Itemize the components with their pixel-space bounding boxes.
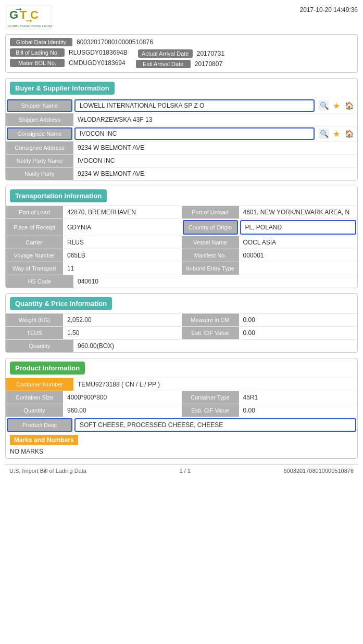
measure-col: Measure in CM 0.00 [182,314,358,326]
product-section: Product Information Container Number TEM… [5,358,358,459]
voyage-manifest-row: Voyage Number 065LB Manifest No. 000001 [6,249,357,262]
shipper-name-label: Shipper Name [7,99,72,112]
esti-arrival-row: Esti Arrival Date 20170807 [136,59,222,69]
in-bond-entry-value [239,262,358,275]
consignee-star-icon[interactable]: ★ [331,128,342,139]
hs-code-label: HS Code [6,275,73,288]
container-number-label: Container Number [6,378,73,391]
bol-label: Bill of Lading No. [10,48,65,57]
teus-label: TEUS [6,327,63,339]
shipper-icons: 🔍 ★ 🏠 [316,98,357,113]
mater-bol-label: Mater BOL No. [10,59,65,67]
page-footer: U.S. Import Bill of Lading Data 1 / 1 60… [5,464,358,477]
container-size-label: Container Size [6,391,63,404]
carrier-value: RLUS [63,236,182,249]
mater-bol-value: CMDUGDY0183694 [69,59,126,67]
shipper-name-row: Shipper Name LOWELL INTERNATIONAL POLSKA… [6,98,357,113]
notify-party-label: Notify Party [6,168,73,180]
in-bond-entry-label: In-bond Entry Type [182,262,239,275]
port-of-load-col: Port of Load 42870, BREMERHAVEN [6,206,182,218]
quantity-value: 960.00(BOX) [73,340,357,352]
consignee-home-icon[interactable]: 🏠 [344,128,354,139]
product-desc-row: Product Desc SOFT CHEESE, PROCESSED CHEE… [6,417,357,433]
notify-party-name-value: IVOCON INC [73,154,357,167]
bol-row: Bill of Lading No. RLUSGDY0183694B [10,48,128,57]
esti-cif-value: 0.00 [239,327,358,339]
place-of-receipt-label: Place of Receipt [6,219,63,236]
global-data-label: Global Data Identity [10,38,72,46]
voyage-number-label: Voyage Number [6,249,63,262]
voyage-col: Voyage Number 065LB [6,249,182,262]
port-of-unload-label: Port of Unload [182,206,239,218]
carrier-label: Carrier [6,236,63,249]
buyer-supplier-header: Buyer & Supplier Information [10,82,115,95]
place-of-receipt-col: Place of Receipt GDYNIA [6,219,182,236]
footer-right: 6003201708010000510876 [283,468,354,474]
product-esti-cif-label: Esti. CIF Value [182,404,239,417]
actual-arrival-row: Actual Arrival Date 20170731 [138,48,224,59]
measure-label: Measure in CM [182,314,239,326]
footer-center: 1 / 1 [179,468,190,474]
mater-bol-row: Mater BOL No. CMDUGDY0183694 [10,59,126,67]
esti-cif-label: Esti. CIF Value [182,327,239,339]
notify-party-value: 9234 W BELMONT AVE [73,168,357,180]
marks-numbers-label: Marks and Numbers [10,435,78,445]
product-desc-label: Product Desc [7,418,72,432]
quantity-row: Quantity 960.00(BOX) [6,339,357,352]
container-type-value: 45R1 [239,391,358,404]
port-of-load-value: 42870, BREMERHAVEN [63,206,182,218]
country-of-origin-label: Country of Origin [183,220,238,235]
product-desc-value: SOFT CHEESE, PROCESSED CHEESE, CHEESE [74,418,356,432]
svg-text:G: G [9,8,18,21]
way-of-transport-value: 11 [63,262,182,275]
carrier-vessel-row: Carrier RLUS Vessel Name OOCL ASIA [6,236,357,249]
global-data-value: 6003201708010000510876 [77,38,153,46]
country-of-origin-value: PL, POLAND [240,220,357,235]
page-header: G T C GLOBAL TRADE ONLINE LIMITED 2017-1… [5,4,358,30]
weight-col: Weight (KG) 2,052.00 [6,314,182,326]
consignee-icons: 🔍 ★ 🏠 [316,126,357,141]
port-row: Port of Load 42870, BREMERHAVEN Port of … [6,205,357,218]
actual-arrival-label: Actual Arrival Date [138,49,193,58]
port-of-unload-col: Port of Unload 4601, NEW YORK/NEWARK ARE… [182,206,358,218]
svg-text:GLOBAL TRADE ONLINE LIMITED: GLOBAL TRADE ONLINE LIMITED [8,24,52,28]
vessel-name-value: OOCL ASIA [239,236,358,249]
transportation-section: Transportation Information Port of Load … [5,186,358,288]
measure-value: 0.00 [239,314,358,326]
consignee-address-value: 9234 W BELMONT AVE [73,141,357,154]
star-icon[interactable]: ★ [331,100,342,111]
logo-area: G T C GLOBAL TRADE ONLINE LIMITED [5,4,52,30]
way-of-transport-label: Way of Transport [6,262,63,275]
container-number-row: Container Number TEMU9273188 ( CN / L / … [6,378,357,391]
place-of-receipt-value: GDYNIA [63,219,182,236]
notify-party-name-label: Notify Party Name [6,154,73,167]
teus-cif-row: TEUS 1.50 Esti. CIF Value 0.00 [6,326,357,339]
consignee-name-value: IVOCON INC [74,127,315,140]
company-logo: G T C GLOBAL TRADE ONLINE LIMITED [5,4,52,30]
actual-arrival-value: 20170731 [197,50,224,57]
marks-numbers-value: NO MARKS [6,446,357,458]
container-type-col: Container Type 45R1 [182,391,358,404]
home-icon[interactable]: 🏠 [344,100,354,111]
timestamp: 2017-10-20 14:49:36 [300,4,358,14]
consignee-address-row: Consignee Address 9234 W BELMONT AVE [6,141,357,154]
container-type-label: Container Type [182,391,239,404]
way-of-transport-col: Way of Transport 11 [6,262,182,275]
shipper-address-label: Shipper Address [6,113,73,126]
product-header: Product Information [10,362,85,375]
port-of-unload-value: 4601, NEW YORK/NEWARK AREA, N [239,206,358,218]
container-size-col: Container Size 4000*900*800 [6,391,182,404]
search-icon[interactable]: 🔍 [319,100,329,111]
esti-cif-col: Esti. CIF Value 0.00 [182,327,358,339]
product-cif-col: Esti. CIF Value 0.00 [182,404,358,417]
consignee-search-icon[interactable]: 🔍 [319,128,329,139]
svg-text:C: C [30,8,39,21]
container-size-type-row: Container Size 4000*900*800 Container Ty… [6,391,357,404]
product-qty-col: Quantity 960.00 [6,404,182,417]
esti-arrival-value: 20170807 [195,60,222,68]
hs-code-row: HS Code 040610 [6,275,357,288]
weight-label: Weight (KG) [6,314,63,326]
weight-measure-row: Weight (KG) 2,052.00 Measure in CM 0.00 [6,313,357,326]
quantity-price-section: Quantity & Price Information Weight (KG)… [5,293,358,353]
teus-value: 1.50 [63,327,182,339]
